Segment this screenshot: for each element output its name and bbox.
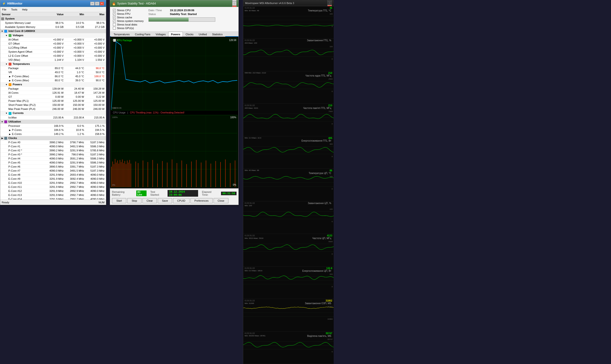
msi-chart-row: 0:23:31:22 Мін: 35293 Макс: 35781 35747 … bbox=[243, 332, 334, 364]
elapsed-label: Elapsed Time: bbox=[202, 191, 217, 196]
svg-rect-48 bbox=[225, 159, 225, 187]
table-row: E-Core #93291.9 MHz3092.4 MHz4090.0 MHz bbox=[0, 177, 106, 181]
msi-chart-info: 0:23:31:22 Мін: 3523 Макс: 5016 bbox=[245, 234, 263, 240]
menu-file[interactable]: File bbox=[1, 8, 7, 11]
battery-label: Remaining Battery: bbox=[112, 191, 132, 196]
tab-unified[interactable]: Unified bbox=[196, 32, 209, 37]
msi-titlebar: Моніторинг MSI Afterburner v4.6.6 Beta 3… bbox=[243, 0, 334, 6]
table-row: P-Core #74090.0 MHz3491.5 MHz5187.3 MHz bbox=[0, 169, 106, 173]
table-row: L2 E-Core Offset+0.000 V+0.000 V+0.000 V bbox=[0, 54, 106, 58]
msi-chart-info: 0:23:31:22 Мін: 31000 bbox=[245, 299, 255, 305]
ia-cores-label: IA Cores bbox=[0, 91, 45, 95]
msi-chart-header: 0:23:31:22 Мін: 31000 31802 Завантаження… bbox=[243, 299, 334, 305]
svg-rect-26 bbox=[128, 162, 129, 187]
msi-chart-area: 100 0 bbox=[243, 208, 334, 223]
progress-bar-area bbox=[149, 17, 236, 22]
chart-current-value: 128.58 bbox=[229, 39, 236, 41]
msi-chart-area: 200 0 bbox=[243, 273, 334, 288]
aida-maximize-button[interactable]: □ bbox=[232, 2, 236, 5]
stress-gpu-checkbox[interactable] bbox=[113, 27, 116, 30]
cpuid-button[interactable]: CPUID bbox=[173, 198, 189, 203]
svg-rect-43 bbox=[201, 162, 201, 187]
clear-button[interactable]: Clear bbox=[142, 198, 157, 203]
table-row: E-Core #133291.9 MHz2992.7 MHz4090.0 MHz bbox=[0, 193, 106, 197]
stress-cache-option[interactable]: Stress cache bbox=[113, 16, 144, 19]
aida-minimize-button[interactable]: ─ bbox=[232, 0, 236, 2]
preferences-button[interactable]: Preferences bbox=[191, 198, 213, 203]
table-row: P-Core #54090.0 MHz3291.9 MHz5586.3 MHz bbox=[0, 160, 106, 165]
minimize-button[interactable]: ─ bbox=[90, 2, 95, 5]
svg-rect-47 bbox=[220, 162, 221, 187]
svg-rect-37 bbox=[172, 159, 172, 187]
stress-memory-checkbox[interactable] bbox=[113, 20, 116, 22]
save-button[interactable]: Save bbox=[158, 198, 172, 203]
tab-cooling-fans[interactable]: Cooling Fans bbox=[132, 32, 153, 37]
stress-fpu-option[interactable]: Stress FPU bbox=[113, 13, 144, 15]
stress-memory-option[interactable]: Stress system memory bbox=[113, 20, 144, 22]
msi-chart-title: Енергоспоживання ГП1, Вт bbox=[301, 140, 332, 142]
sensor-max: 27.2 GB bbox=[85, 25, 106, 29]
table-row: System Memory Load 98.0 % 14.0 % 98.0 % bbox=[0, 21, 106, 25]
msi-chart-info: 0:23:31:22 405 Макс: 3221 bbox=[245, 104, 258, 109]
stop-button[interactable]: Stop bbox=[127, 198, 141, 203]
stress-options: Stress CPU Stress FPU Stress cache Stres… bbox=[113, 9, 144, 30]
svg-rect-23 bbox=[125, 161, 125, 187]
elapsed-value: 00:31:58 bbox=[221, 192, 236, 195]
cpu-usage-label: CPU Usage bbox=[113, 111, 125, 114]
alert-bar: CPU Usage | CPU Throttling (max: 11%) - … bbox=[111, 111, 237, 114]
msi-chart-list: 0:23:31:22 Мін: 30 Макс: 46 46 Температу… bbox=[243, 6, 334, 364]
table-row: E-Core #143291.9 MHz2992.7 MHz4090.0 MHz bbox=[0, 197, 106, 199]
tab-voltages[interactable]: Voltages bbox=[153, 32, 168, 37]
stress-fpu-checkbox[interactable] bbox=[113, 13, 116, 15]
tab-temperatures[interactable]: Temperatures bbox=[111, 32, 132, 37]
stress-gpu-option[interactable]: Stress GPU(s) bbox=[113, 27, 144, 30]
tab-powers[interactable]: Powers bbox=[168, 32, 183, 37]
svg-rect-33 bbox=[153, 160, 153, 187]
col-value: Value bbox=[45, 12, 65, 17]
svg-rect-49 bbox=[230, 163, 231, 187]
svg-rect-22 bbox=[123, 163, 124, 187]
menu-help[interactable]: Help bbox=[21, 8, 28, 11]
table-row: LLC/Ring Offset+0.000 V+0.000 V+0.000 V bbox=[0, 46, 106, 50]
hwmonitor-controls: ─ □ ✕ bbox=[90, 2, 104, 5]
stress-disks-checkbox[interactable] bbox=[113, 23, 116, 26]
msi-chart-title: Завантаження ЦП, % bbox=[308, 202, 332, 205]
table-row: Max Peak Power (PL4)246.00 W246.00 W246.… bbox=[0, 107, 106, 111]
table-row: IA Cores126.91 W18.47 W147.26 W bbox=[0, 91, 106, 95]
svg-rect-45 bbox=[210, 164, 211, 187]
close-aida-button[interactable]: Close bbox=[214, 198, 228, 203]
msi-maximize-button[interactable]: □ bbox=[327, 1, 332, 5]
msi-chart-area: 5000 0 bbox=[243, 240, 334, 256]
svg-rect-30 bbox=[138, 163, 139, 187]
sensor-table: Sensor Value Min Max System System Memor… bbox=[0, 12, 106, 199]
table-row: P-Core #3 *3990.2 MHz798.0 MHz5187.3 MHz bbox=[0, 152, 106, 156]
chart-x-time: 23:09:06 bbox=[113, 107, 122, 109]
table-row: E-Core #103291.9 MHz2992.7 MHz4090.0 MHz bbox=[0, 181, 106, 185]
progress-bar bbox=[149, 17, 215, 22]
start-button[interactable]: Start bbox=[112, 198, 126, 203]
stress-cpu-option[interactable]: Stress CPU bbox=[113, 9, 144, 12]
tab-statistics[interactable]: Statistics bbox=[209, 32, 225, 37]
stress-cache-checkbox[interactable] bbox=[113, 16, 116, 19]
table-row: VID (Max)1.144 V1.104 V1.556 V bbox=[0, 58, 106, 62]
msi-chart-title: Частота ЦП, МГц bbox=[312, 237, 332, 240]
chart-usage-y-max: 100% bbox=[112, 116, 118, 118]
svg-rect-17 bbox=[117, 160, 118, 187]
msi-chart-row: Мін: 3.4 Макс: 10.0 405 Енергоспоживання… bbox=[243, 136, 334, 169]
msi-chart-header: Мін: 3.4 Макс: 10.0 405 Енергоспоживання… bbox=[243, 136, 334, 143]
svg-rect-50 bbox=[235, 160, 235, 187]
menu-tools[interactable]: Tools bbox=[10, 8, 18, 11]
sensor-value: 98.0 % bbox=[45, 21, 65, 25]
svg-rect-79 bbox=[243, 240, 334, 256]
stress-disks-option[interactable]: Stress local disks bbox=[113, 23, 144, 26]
tab-clocks[interactable]: Clocks bbox=[183, 32, 196, 37]
close-button[interactable]: ✕ bbox=[100, 2, 104, 5]
maximize-button[interactable]: □ bbox=[95, 2, 99, 5]
stress-cpu-checkbox[interactable] bbox=[113, 9, 116, 12]
msi-chart-header: 598 Мін: 210 Макс: 2110 210 Частота ядра… bbox=[243, 71, 334, 78]
table-row: Power Max (PL1)125.00 W125.00 W125.00 W bbox=[0, 99, 106, 103]
stress-info: Date / Time 19.12.2024 23:09:06 Status S… bbox=[149, 9, 236, 30]
msi-chart-row: 0:23:31:22 Мін: 0.0 Макс: 168.8 132.8 Ен… bbox=[243, 267, 334, 299]
hwmonitor-status: Ready NUM bbox=[0, 199, 106, 205]
svg-rect-35 bbox=[162, 161, 163, 187]
